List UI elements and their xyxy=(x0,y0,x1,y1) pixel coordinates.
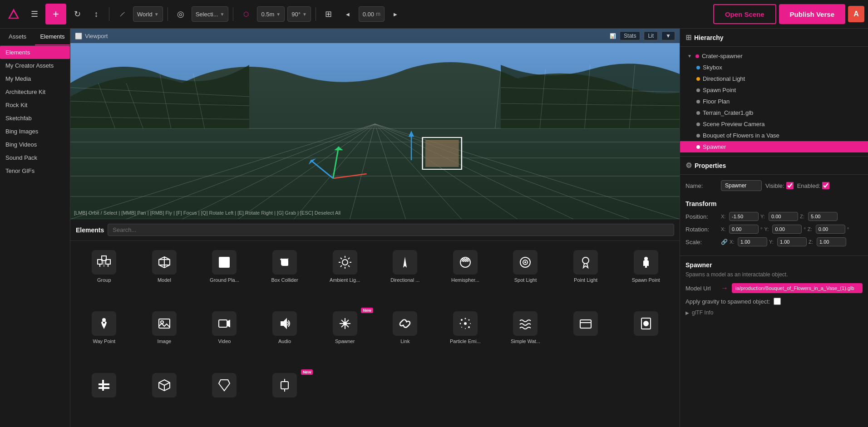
tree-item-spawner[interactable]: Spawner xyxy=(680,141,868,152)
add-button[interactable]: + xyxy=(45,4,66,25)
position-z-input[interactable] xyxy=(808,212,838,221)
element-video[interactable]: Video xyxy=(195,307,254,366)
menu-button[interactable]: ☰ xyxy=(26,6,43,22)
tree-dot xyxy=(696,145,700,149)
element-particle-emitter[interactable]: Particle Emi... xyxy=(436,307,495,366)
element-link[interactable]: Link xyxy=(376,307,434,366)
element-ambient-light[interactable]: Ambient Lig... xyxy=(316,245,374,305)
user-avatar[interactable]: A xyxy=(848,6,864,22)
tab-assets[interactable]: Assets xyxy=(0,29,35,45)
tree-item-skybox[interactable]: Skybox xyxy=(680,62,868,73)
rotation-y-input[interactable] xyxy=(772,225,802,234)
tree-item-label: Floor Plan xyxy=(703,98,730,105)
element-directional-light[interactable]: Directional ... xyxy=(376,245,434,305)
r3-icon xyxy=(92,373,116,398)
name-input[interactable] xyxy=(721,180,762,191)
element-ground-plane[interactable]: Ground Pla... xyxy=(195,245,254,305)
element-simple-water[interactable]: Simple Wat... xyxy=(496,307,555,366)
sidebar-item-elements[interactable]: Elements xyxy=(0,46,70,59)
tree-item-floor-plan[interactable]: Floor Plan xyxy=(680,96,868,107)
target-icon[interactable]: ◎ xyxy=(173,6,189,22)
sidebar-item-rock-kit[interactable]: Rock Kit xyxy=(0,98,70,112)
snap-icon[interactable]: ⬡ xyxy=(238,6,254,22)
sidebar-item-my-creator-assets[interactable]: My Creator Assets xyxy=(0,59,70,72)
publish-verse-button[interactable]: Publish Verse xyxy=(779,4,845,24)
tree-item-terrain[interactable]: Terrain_Crater1.glb xyxy=(680,107,868,118)
selection-dropdown[interactable]: Selecti... ▼ xyxy=(192,6,229,22)
gltf-info[interactable]: ▶ glTF Info xyxy=(686,309,863,316)
grid-value: 0.00 xyxy=(363,11,374,18)
visible-checkbox[interactable] xyxy=(786,182,794,189)
stats-button[interactable]: Stats xyxy=(620,31,640,40)
svg-line-63 xyxy=(340,265,342,267)
viewport[interactable]: ⬜ Viewport 📊 Stats Lit ▼ xyxy=(70,29,680,219)
svg-point-87 xyxy=(470,323,471,324)
sidebar-item-architecture-kit[interactable]: Architecture Kit xyxy=(0,85,70,98)
sidebar-item-sketchfab[interactable]: Sketchfab xyxy=(0,112,70,125)
arrow-right-icon[interactable]: ▶ xyxy=(387,6,404,22)
arrow-left-icon[interactable]: ◀ xyxy=(340,6,356,22)
tree-item-label: Crater-spawner xyxy=(702,53,743,59)
element-r4[interactable] xyxy=(135,368,194,422)
svg-line-62 xyxy=(348,258,350,259)
scale-z-input[interactable] xyxy=(817,237,846,246)
spot-light-icon xyxy=(513,250,538,275)
angle-label: 90° xyxy=(291,11,301,18)
enabled-checkbox[interactable] xyxy=(822,182,829,189)
sidebar-item-tenor-gifs[interactable]: Tenor GIFs xyxy=(0,164,70,177)
element-hemisphere[interactable]: Hemispher... xyxy=(436,245,495,305)
scale-x-input[interactable] xyxy=(738,237,767,246)
position-y-input[interactable] xyxy=(769,212,798,221)
model-url-input[interactable]: ia/production/Bouquet_of_Flowers_in_a_Va… xyxy=(732,283,863,293)
model-label: Model xyxy=(158,277,171,283)
tree-item-bouquet[interactable]: Bouquet of Flowers in a Vase xyxy=(680,130,868,141)
lit-button[interactable]: Lit xyxy=(644,31,658,40)
app-logo[interactable] xyxy=(4,4,24,24)
sidebar-item-bing-images[interactable]: Bing Images xyxy=(0,125,70,138)
element-r3[interactable] xyxy=(75,368,133,422)
element-spawn-point[interactable]: Spawn Point xyxy=(616,245,675,305)
transform-button[interactable]: ↕ xyxy=(88,6,104,22)
sidebar-item-bing-videos[interactable]: Bing Videos xyxy=(0,138,70,151)
angle-dropdown[interactable]: 90° ▼ xyxy=(287,6,311,22)
element-box-collider[interactable]: Box Collider xyxy=(256,245,314,305)
svg-point-89 xyxy=(465,328,466,329)
grid-icon[interactable]: ⊞ xyxy=(321,6,337,22)
element-point-light[interactable]: Point Light xyxy=(557,245,615,305)
element-image[interactable]: Image xyxy=(135,307,194,366)
rotation-z-input[interactable] xyxy=(816,225,845,234)
sidebar-item-sound-pack[interactable]: Sound Pack xyxy=(0,151,70,164)
element-model[interactable]: Model xyxy=(135,245,194,305)
gravity-checkbox[interactable] xyxy=(774,298,781,305)
element-group[interactable]: Group xyxy=(75,245,133,305)
scale-y-input[interactable] xyxy=(777,237,807,246)
element-r1[interactable] xyxy=(557,307,615,366)
sidebar-item-my-media[interactable]: My Media xyxy=(0,72,70,85)
particle-emitter-label: Particle Emi... xyxy=(450,339,481,344)
element-way-point[interactable]: Way Point xyxy=(75,307,133,366)
open-scene-button[interactable]: Open Scene xyxy=(713,4,776,24)
axis-icon[interactable]: ⟋ xyxy=(114,6,130,22)
elements-search-input[interactable] xyxy=(108,224,674,236)
tree-item-crater-spawner[interactable]: ▼ Crater-spawner xyxy=(680,50,868,62)
tree-item-directional-light[interactable]: Directional Light xyxy=(680,73,868,84)
element-spot-light[interactable]: Spot Light xyxy=(496,245,555,305)
tab-elements[interactable]: Elements xyxy=(35,29,70,45)
tree-item-label: Directional Light xyxy=(703,75,745,82)
tree-item-spawn-point[interactable]: Spawn Point xyxy=(680,84,868,96)
rotation-x-input[interactable] xyxy=(729,225,759,234)
refresh-button[interactable]: ↻ xyxy=(69,6,85,22)
element-r5[interactable] xyxy=(195,368,254,422)
deg2: ° xyxy=(804,226,805,232)
element-r2[interactable] xyxy=(616,307,675,366)
element-r6[interactable]: New xyxy=(256,368,314,422)
world-dropdown[interactable]: World ▼ xyxy=(133,6,163,22)
snap-dropdown[interactable]: 0.5m ▼ xyxy=(257,6,285,22)
svg-point-81 xyxy=(464,322,467,325)
main-area: Assets Elements Elements My Creator Asse… xyxy=(0,29,868,427)
tree-item-scene-camera[interactable]: Scene Preview Camera xyxy=(680,118,868,130)
element-spawner[interactable]: New Spawner xyxy=(316,307,374,366)
position-x-input[interactable] xyxy=(729,212,759,221)
element-audio[interactable]: Audio xyxy=(256,307,314,366)
lit-dropdown[interactable]: ▼ xyxy=(661,31,675,40)
